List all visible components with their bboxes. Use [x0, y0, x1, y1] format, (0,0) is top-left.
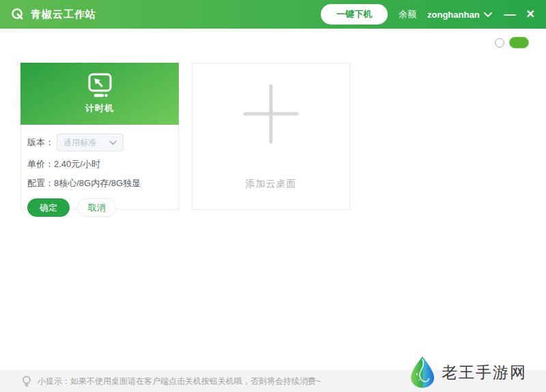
monitor-arrow-icon: [84, 73, 115, 99]
cancel-button[interactable]: 取消: [77, 198, 117, 217]
tip-text: 小提示：如果不使用桌面请在客户端点击关机按钮关机哦，否则将会持续消费~: [38, 376, 321, 387]
version-row: 版本： 通用标准: [27, 134, 171, 151]
lightbulb-icon: [22, 376, 31, 387]
version-select[interactable]: 通用标准: [57, 134, 124, 151]
version-label: 版本：: [27, 136, 54, 149]
price-label: 单价：: [27, 159, 54, 169]
watermark: 老王手游网: [409, 356, 527, 389]
add-desktop-card[interactable]: 添加云桌面: [192, 63, 350, 210]
version-selected-value: 通用标准: [63, 137, 96, 149]
config-label: 配置：: [27, 178, 54, 188]
config-row: 配置：8核心/8G内存/8G独显: [27, 177, 171, 190]
machine-card-body: 版本： 通用标准 单价：2.40元/小时 配置：8核心/8G内存/8G独显 确定: [21, 125, 178, 217]
balance-menu-item[interactable]: 余额: [399, 8, 416, 20]
machine-name-label: 计时机: [85, 102, 114, 115]
price-row: 单价：2.40元/小时: [27, 158, 171, 170]
config-value: 8核心/8G内存/8G独显: [54, 178, 141, 188]
chevron-down-icon: [484, 12, 492, 17]
add-desktop-label: 添加云桌面: [246, 178, 297, 190]
one-key-shutdown-button[interactable]: 一键下机: [321, 4, 388, 25]
title-bar: 青椒云工作站 一键下机 余额 zonghanhan — ✕: [0, 0, 546, 29]
close-button[interactable]: ✕: [526, 9, 535, 20]
desktop-card-list: 计时机 版本： 通用标准 单价：2.40元/小时 配置：8核心/8G内存: [20, 63, 350, 210]
price-value: 2.40元/小时: [54, 159, 100, 169]
refresh-circle-icon[interactable]: [495, 38, 504, 48]
view-toggle-area: [495, 37, 529, 48]
toggle-switch-on[interactable]: [509, 37, 529, 48]
app-logo-icon: [11, 7, 25, 21]
minimize-button[interactable]: —: [504, 9, 516, 20]
chevron-down-icon: [109, 140, 117, 145]
confirm-button[interactable]: 确定: [27, 198, 70, 217]
app-title: 青椒云工作站: [31, 8, 96, 21]
app-window: 青椒云工作站 一键下机 余额 zonghanhan — ✕: [0, 0, 546, 392]
machine-card: 计时机 版本： 通用标准 单价：2.40元/小时 配置：8核心/8G内存: [20, 63, 179, 210]
title-bar-actions: 一键下机 余额 zonghanhan — ✕: [321, 4, 535, 25]
user-menu[interactable]: zonghanhan: [427, 10, 492, 20]
watermark-text: 老王手游网: [442, 362, 527, 383]
plus-icon: [242, 84, 300, 144]
username-label: zonghanhan: [427, 10, 480, 20]
waterdrop-logo-icon: [409, 356, 436, 389]
machine-card-header: 计时机: [20, 63, 179, 125]
machine-card-actions: 确定 取消: [27, 198, 171, 217]
